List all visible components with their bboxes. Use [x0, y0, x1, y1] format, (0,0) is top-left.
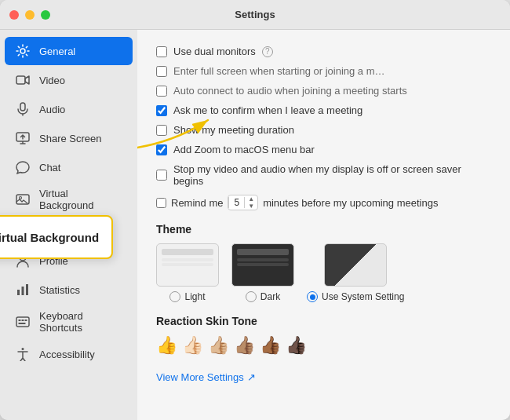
radio-light[interactable]: [169, 291, 180, 302]
checkbox-auto-connect-label: Auto connect to audio when joining a mee…: [173, 85, 407, 97]
theme-radio-light[interactable]: Light: [169, 291, 205, 302]
checkbox-add-zoom[interactable]: Add Zoom to macOS menu bar: [156, 144, 491, 155]
stepper-buttons: ▲ ▼: [245, 195, 257, 210]
sidebar-label-video: Video: [39, 75, 65, 86]
view-more-settings-link[interactable]: View More Settings ↗: [156, 371, 491, 383]
checkbox-add-zoom-label: Add Zoom to macOS menu bar: [173, 144, 315, 155]
checkbox-confirm-leave-label: Ask me to confirm when I leave a meeting: [173, 104, 362, 116]
checkbox-dual-monitors-input[interactable]: [156, 46, 167, 57]
sidebar-label-statistics: Statistics: [39, 284, 80, 296]
svg-rect-18: [25, 320, 27, 321]
skin-tone-0[interactable]: 👍: [156, 335, 177, 356]
remind-value: 5: [228, 197, 245, 208]
video-icon: [14, 71, 31, 89]
theme-preview-dark: [231, 243, 294, 287]
svg-rect-1: [16, 76, 25, 84]
theme-line-light-2: [162, 263, 213, 266]
remind-row: Remind me 5 ▲ ▼ minutes before my upcomi…: [156, 195, 491, 210]
virtual-background-icon: [14, 191, 31, 208]
theme-section-title: Theme: [156, 223, 491, 236]
sidebar-item-chat[interactable]: Chat: [5, 153, 133, 181]
radio-dark[interactable]: [246, 291, 257, 302]
theme-radio-dark[interactable]: Dark: [246, 291, 280, 302]
theme-option-light[interactable]: Light: [156, 243, 219, 302]
svg-rect-15: [16, 317, 29, 327]
keyboard-shortcuts-icon: [14, 313, 31, 331]
skin-tone-2[interactable]: 👍🏼: [208, 335, 229, 356]
sidebar-item-statistics[interactable]: Statistics: [5, 276, 133, 304]
svg-rect-16: [19, 320, 21, 321]
stepper-down[interactable]: ▼: [245, 203, 257, 210]
sidebar-item-video[interactable]: Video: [5, 66, 133, 94]
sidebar-item-accessibility[interactable]: Accessibility: [5, 340, 133, 368]
skin-tone-1[interactable]: 👍🏻: [182, 335, 203, 356]
remind-checkbox[interactable]: [156, 198, 166, 208]
checkbox-stop-video[interactable]: Stop my video and audio when my display …: [156, 163, 491, 187]
sidebar-item-keyboard-shortcuts[interactable]: Keyboard Shortcuts: [5, 305, 133, 339]
skin-tone-3[interactable]: 👍🏽: [234, 335, 255, 356]
virtual-background-popup: Virtual Background: [0, 215, 113, 259]
checkbox-auto-connect[interactable]: Auto connect to audio when joining a mee…: [156, 85, 491, 97]
checkbox-enter-full-screen-label: Enter full screen when starting or joini…: [173, 65, 385, 77]
remind-label: Remind me: [171, 197, 223, 209]
sidebar-label-audio: Audio: [39, 104, 65, 115]
checkbox-auto-connect-input[interactable]: [156, 86, 167, 97]
checkbox-meeting-duration-label: Show my meeting duration: [173, 124, 294, 136]
theme-label-dark: Dark: [260, 291, 280, 302]
remind-stepper[interactable]: 5 ▲ ▼: [228, 195, 258, 210]
sidebar-item-share-screen[interactable]: Share Screen: [5, 124, 133, 152]
theme-line-dark-1: [237, 258, 289, 261]
checkbox-meeting-duration-input[interactable]: [156, 125, 167, 136]
close-button[interactable]: [9, 10, 19, 20]
sidebar-label-virtual-background: Virtual Background: [39, 188, 123, 211]
svg-point-20: [22, 348, 24, 350]
window-controls: [9, 10, 50, 20]
theme-bar-dark: [237, 249, 289, 255]
sidebar-label-share-screen: Share Screen: [39, 133, 102, 144]
theme-line-light-1: [162, 258, 213, 261]
sidebar-label-chat: Chat: [39, 162, 60, 173]
sidebar-item-general[interactable]: General: [5, 37, 133, 65]
checkbox-enter-full-screen-input[interactable]: [156, 66, 167, 77]
radio-system[interactable]: [307, 291, 318, 302]
theme-options: Light Dark: [156, 243, 491, 302]
theme-option-system[interactable]: Use System Setting: [307, 243, 404, 302]
checkbox-enter-full-screen[interactable]: Enter full screen when starting or joini…: [156, 65, 491, 77]
statistics-icon: [14, 281, 31, 298]
maximize-button[interactable]: [41, 10, 50, 20]
sidebar-label-general: General: [39, 46, 75, 57]
help-icon-dual-monitors[interactable]: ?: [262, 46, 273, 57]
skin-tone-5[interactable]: 👍🏿: [286, 335, 307, 356]
svg-point-6: [20, 197, 22, 199]
share-screen-icon: [14, 130, 31, 147]
sidebar-item-audio[interactable]: Audio: [5, 95, 133, 123]
checkbox-add-zoom-input[interactable]: [156, 144, 167, 155]
theme-option-dark[interactable]: Dark: [231, 243, 294, 302]
theme-radio-system[interactable]: Use System Setting: [307, 291, 404, 302]
checkbox-stop-video-label: Stop my video and audio when my display …: [173, 163, 491, 187]
skin-tone-4[interactable]: 👍🏾: [260, 335, 281, 356]
stepper-up[interactable]: ▲: [245, 195, 257, 203]
svg-rect-2: [20, 103, 25, 111]
sidebar-item-virtual-background[interactable]: Virtual Background Virtual Background: [5, 182, 133, 217]
skin-tone-section-title: Reaction Skin Tone: [156, 315, 491, 327]
checkbox-dual-monitors[interactable]: Use dual monitors ?: [156, 46, 491, 57]
audio-icon: [14, 100, 31, 118]
theme-preview-system: [324, 243, 387, 287]
theme-bar-light: [162, 249, 213, 255]
checkbox-stop-video-input[interactable]: [156, 170, 167, 181]
main-content: General Video: [0, 30, 510, 420]
window-title: Settings: [235, 9, 275, 20]
checkbox-meeting-duration[interactable]: Show my meeting duration: [156, 124, 491, 136]
skin-tones-row: 👍 👍🏻 👍🏼 👍🏽 👍🏾 👍🏿: [156, 335, 491, 356]
titlebar: Settings: [0, 0, 510, 30]
main-panel: Use dual monitors ? Enter full screen wh…: [137, 30, 510, 420]
checkbox-confirm-leave[interactable]: Ask me to confirm when I leave a meeting: [156, 104, 491, 116]
checkbox-confirm-leave-input[interactable]: [156, 105, 167, 116]
minimize-button[interactable]: [25, 10, 35, 20]
checkbox-dual-monitors-label: Use dual monitors: [173, 46, 256, 57]
sidebar-label-keyboard-shortcuts: Keyboard Shortcuts: [39, 310, 123, 334]
general-icon: [14, 42, 31, 60]
settings-window: Settings General: [0, 0, 510, 420]
chat-icon: [14, 159, 31, 176]
